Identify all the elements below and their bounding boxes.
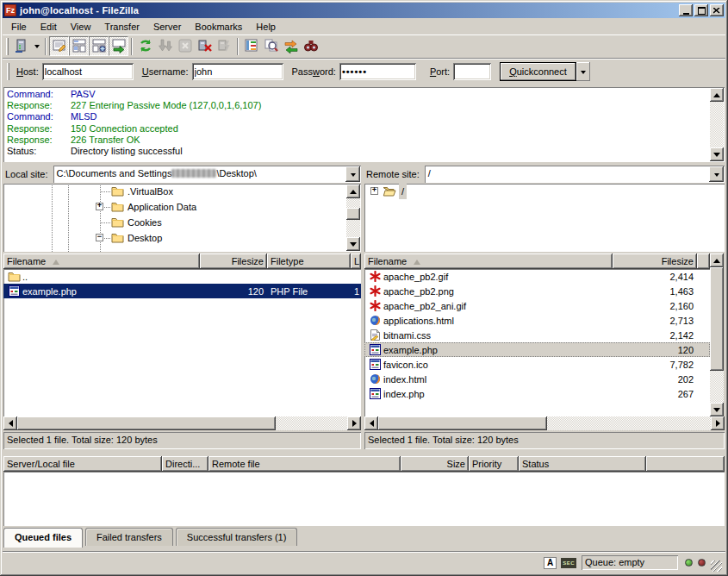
queue-column-header-directi-[interactable]: Directi... [162,456,208,472]
menu-item-file[interactable]: File [4,20,34,34]
refresh-listing-button[interactable] [135,36,155,56]
local-tree-scrollbar[interactable] [346,185,360,251]
file-row-apache-pb2-png[interactable]: apache_pb2.png1,463 [364,284,710,298]
quickconnect-button[interactable]: Quickconnect [500,62,576,81]
toggle-transfer-queue-button[interactable] [109,36,128,56]
directory-listing-filters-button[interactable] [241,36,261,56]
local-column-header-filesize[interactable]: Filesize [200,254,267,269]
local-tree-scroll-up-button[interactable] [346,185,360,198]
resize-grip[interactable] [711,560,722,572]
file-row-favicon-ico[interactable]: favicon.ico7,782 [364,357,710,372]
menu-item-server[interactable]: Server [146,20,188,34]
toggle-message-log-button[interactable] [49,36,69,56]
remote-scroll-right-button[interactable] [711,416,725,430]
tree-item-application-data[interactable]: +Application Data [3,199,361,215]
transfer-queue-body[interactable] [3,472,725,526]
remote-column-header-filesize[interactable]: Filesize [613,254,697,269]
menu-item-view[interactable]: View [64,20,98,34]
log-scroll-down-button[interactable] [710,147,724,161]
log-scrollbar[interactable] [710,88,724,161]
queue-column-header-priority[interactable]: Priority [469,456,519,472]
menu-item-transfer[interactable]: Transfer [97,20,146,34]
remote-list-scroll-up-button[interactable] [710,254,724,267]
synchronized-browsing-button[interactable] [281,36,301,56]
disconnect-button[interactable] [195,36,215,56]
local-column-header-filetype[interactable]: Filetype [267,254,351,269]
menu-item-help[interactable]: Help [249,20,283,34]
file-row-example-php[interactable]: example.php120PHP File1 [3,284,361,298]
open-site-manager-dropdown-button[interactable] [31,36,42,56]
remote-horizontal-scrollbar[interactable] [364,416,725,430]
remote-list-scrollbar[interactable] [710,254,724,416]
toolbar-gripper[interactable] [7,63,9,80]
file-row-apache-pb2-gif[interactable]: apache_pb2.gif2,414 [364,269,710,284]
local-scroll-left-button[interactable] [3,416,17,430]
local-column-header-l[interactable]: L [351,254,361,269]
reconnect-button[interactable] [215,36,234,56]
remote-site-combobox[interactable]: / [425,166,725,183]
tree-expander-minus-icon[interactable]: − [96,234,103,241]
file-row-bitnami-css[interactable]: bitnami.css2,142 [364,328,710,342]
toggle-local-treeview-button[interactable] [69,36,89,56]
tree-expander-plus-icon[interactable]: + [96,203,103,210]
process-queue-button[interactable] [155,36,175,56]
title-bar[interactable]: Fz john@localhost - FileZilla [3,3,725,18]
password-input[interactable] [339,63,416,80]
toggle-remote-treeview-button[interactable] [89,36,109,56]
tab-queued-files[interactable]: Queued files [3,528,83,548]
remote-list-scroll-thumb[interactable] [710,267,724,371]
queue-column-header-status[interactable]: Status [519,456,646,472]
log-line-type: Response: [7,135,71,146]
remote-site-dropdown-button[interactable] [709,166,724,182]
file-row--[interactable]: .. [3,269,361,284]
menu-item-bookmarks[interactable]: Bookmarks [188,20,249,34]
queue-column-header-server-local-file[interactable]: Server/Local file [3,456,162,472]
local-horizontal-scrollbar[interactable] [3,416,361,430]
tree-item-desktop[interactable]: −Desktop [3,230,361,246]
tab-successful-transfers-1-[interactable]: Successful transfers (1) [176,528,298,546]
minimize-button[interactable] [679,4,693,16]
remote-column-header-filler [697,254,710,269]
menu-item-edit[interactable]: Edit [34,20,64,34]
find-files-button[interactable] [301,36,320,56]
local-scroll-thumb[interactable] [17,416,276,430]
arrow-right-icon [352,420,360,427]
remote-list-scroll-down-button[interactable] [710,403,724,416]
local-scroll-right-button[interactable] [347,416,361,430]
disconnect-icon [197,38,213,55]
tree-connector [104,238,110,239]
queue-column-header-size[interactable]: Size [401,456,469,472]
maximize-button[interactable] [694,4,708,16]
local-tree-scroll-thumb[interactable] [346,208,360,220]
file-row-index-html[interactable]: index.html202 [364,372,710,386]
cancel-operation-button[interactable] [175,36,195,56]
tree-expander-plus-icon[interactable]: + [370,187,378,195]
queue-column-header-remote-file[interactable]: Remote file [208,456,401,472]
tree-item-root[interactable]: +/ [364,184,725,199]
tab-failed-transfers[interactable]: Failed transfers [85,528,173,546]
tree-item--virtualbox[interactable]: .VirtualBox [3,184,361,199]
open-site-manager-button[interactable] [11,36,31,56]
local-site-combobox[interactable]: C:\Documents and Settings\Desktop\ [53,166,361,183]
log-scroll-up-button[interactable] [710,88,724,102]
local-tree-scroll-down-button[interactable] [346,237,360,251]
directory-comparison-button[interactable] [261,36,281,56]
file-row-index-php[interactable]: index.php267 [364,386,710,401]
remote-column-header-filename[interactable]: Filename [364,254,613,269]
file-row-applications-html[interactable]: applications.html2,713 [364,313,710,328]
local-column-header-filename[interactable]: Filename [3,254,200,269]
remote-scroll-left-button[interactable] [364,416,378,430]
tree-item-cookies[interactable]: Cookies [3,215,361,230]
host-input[interactable] [42,63,134,80]
log-line-type: Response: [7,123,71,135]
local-site-dropdown-button[interactable] [345,166,360,182]
close-button[interactable] [710,4,724,16]
username-input[interactable] [192,63,283,80]
quickconnect-dropdown-button[interactable] [576,62,590,81]
file-row-apache-pb2-ani-gif[interactable]: apache_pb2_ani.gif2,160 [364,298,710,313]
queue-column-label: Size [447,457,465,472]
toolbar-gripper[interactable] [6,38,9,55]
port-input[interactable] [453,63,491,80]
file-row-example-php[interactable]: example.php120 [364,342,710,357]
remote-scroll-thumb[interactable] [378,416,547,430]
